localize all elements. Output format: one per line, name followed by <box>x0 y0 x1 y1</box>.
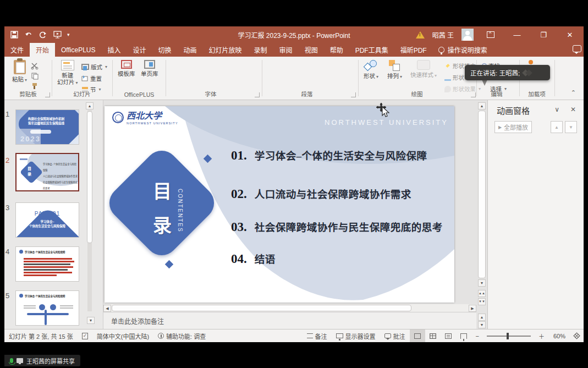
clipboard-group-label: 剪贴板 <box>11 90 45 98</box>
slideshow-view-button[interactable] <box>456 329 471 342</box>
vscroll-up-button[interactable]: ▲ <box>478 102 486 109</box>
slide-thumbnail-1[interactable]: 构建社会保障跨域协作机制 筑牢边疆地区民生保障底线 2023 <box>15 109 79 145</box>
template-library-button[interactable]: 模板库 <box>118 60 135 77</box>
vscrollbar-thumb[interactable] <box>478 111 486 278</box>
display-settings-button[interactable]: 显示器设置 <box>332 329 380 342</box>
notes-scroll-down-button[interactable]: ▼ <box>478 321 486 328</box>
feedback-icon[interactable] <box>573 45 581 52</box>
user-name[interactable]: 昭茜 王 <box>432 30 454 40</box>
previous-slide-button[interactable]: ▲▲ <box>478 290 486 297</box>
quick-styles-button[interactable]: 快速样式 <box>410 60 437 78</box>
cut-button[interactable] <box>31 62 39 70</box>
tab-slideshow[interactable]: 幻灯片放映 <box>203 43 248 57</box>
zoom-out-button[interactable]: − <box>471 329 483 342</box>
tab-insert[interactable]: 插入 <box>102 43 127 57</box>
save-icon[interactable] <box>10 30 19 39</box>
tell-me-search[interactable]: 操作说明搜索 <box>433 43 493 57</box>
spellcheck-indicator[interactable] <box>78 329 92 342</box>
slide-thumbnail-3[interactable]: PART 01 学习体会– 个体的生活安全与风险保障 <box>15 202 79 238</box>
thumb-scroll-down-button[interactable]: ▼ <box>87 317 95 324</box>
slide-canvas[interactable]: 西北大学 NORTHWEST UNIVERSITY NORTHWEST UNIV… <box>105 106 454 303</box>
new-slide-button[interactable]: 新建幻灯片 <box>57 60 78 85</box>
arrange-button[interactable]: 排列 <box>387 60 402 79</box>
customize-qat-icon[interactable]: ▾ <box>67 30 76 39</box>
slide-thumbnail-2-selected[interactable]: 目录 学习体会–个体的生活安全与风险保障 人口流动与社会保障跨域协作需求 社会保… <box>15 153 79 191</box>
toc-item-3[interactable]: 03. 社会保障跨域协作与民生保障兜底的思考 <box>231 219 443 234</box>
format-painter-button[interactable] <box>31 82 39 90</box>
template-library-icon <box>121 60 132 69</box>
move-earlier-button[interactable]: ▲ <box>551 121 563 133</box>
play-all-button[interactable]: ▶ 全部播放 <box>494 121 532 133</box>
tab-home[interactable]: 开始 <box>30 43 55 57</box>
notes-scroll-up-button[interactable]: ▲ <box>478 314 486 321</box>
start-slideshow-icon[interactable] <box>53 30 62 39</box>
close-button[interactable]: ✕ <box>560 26 579 43</box>
tab-review[interactable]: 审阅 <box>273 43 299 57</box>
tab-animations[interactable]: 动画 <box>178 43 203 57</box>
redo-icon[interactable] <box>39 30 47 39</box>
toc-item-4[interactable]: 04. 结语 <box>231 251 276 266</box>
slide-thumbnail-4[interactable]: 学习体会-个体的生活安全与风险保障 <box>15 246 79 282</box>
tab-officeplus[interactable]: OfficePLUS <box>55 43 101 57</box>
clipboard-dialog-launcher[interactable] <box>45 92 50 97</box>
slide-sorter-view-button[interactable] <box>425 329 441 342</box>
slide-counter[interactable]: 幻灯片 第 2 张, 共 15 张 <box>4 329 78 342</box>
tab-view[interactable]: 视图 <box>299 43 324 57</box>
language-indicator[interactable]: 简体中文(中国大陆) <box>92 329 153 342</box>
thumb-scroll-up-button[interactable]: ▲ <box>86 102 94 109</box>
copy-button[interactable] <box>31 72 39 80</box>
zoom-slider[interactable] <box>487 336 531 337</box>
shape-effects-icon <box>444 86 451 92</box>
paste-button[interactable]: 粘贴 <box>12 60 27 83</box>
reset-icon <box>81 75 89 82</box>
paragraph-dialog-launcher[interactable] <box>351 92 356 97</box>
shapes-icon <box>365 60 378 71</box>
slide-thumbnail-5[interactable]: 学习体会-个体的生活安全与风险保障 <box>15 290 79 326</box>
move-later-button[interactable]: ▼ <box>565 121 577 133</box>
zoom-level[interactable]: 60% <box>549 329 570 342</box>
single-page-library-button[interactable]: 单页库 <box>141 60 158 77</box>
collapse-ribbon-button[interactable]: ⌃ <box>571 89 576 96</box>
tab-design[interactable]: 设计 <box>127 43 152 57</box>
zoom-in-button[interactable]: ＋ <box>534 329 549 342</box>
thumb-scrollbar-thumb[interactable] <box>87 111 92 243</box>
hscroll-left-button[interactable]: ◀ <box>103 305 111 312</box>
next-slide-button[interactable]: ▼▼ <box>478 298 486 305</box>
zoom-slider-thumb[interactable] <box>507 333 509 339</box>
font-dialog-launcher[interactable] <box>255 92 260 97</box>
toc-item-1[interactable]: 01. 学习体会–个体的生活安全与风险保障 <box>231 148 427 163</box>
tab-file[interactable]: 文件 <box>4 43 30 57</box>
ribbon-display-options-button[interactable] <box>481 26 500 43</box>
normal-view-icon <box>414 333 421 339</box>
reading-view-button[interactable] <box>441 329 456 342</box>
comments-toggle-button[interactable]: 批注 <box>380 329 410 342</box>
animation-pane-close-icon[interactable]: ✕ <box>570 106 576 113</box>
animation-pane-menu-icon[interactable]: ∨ <box>554 106 559 113</box>
accessibility-indicator[interactable]: 辅助功能: 调查 <box>153 329 210 342</box>
tab-record[interactable]: 录制 <box>248 43 273 57</box>
vscroll-down-button[interactable]: ▼ <box>478 279 486 287</box>
tab-foxit-pdf[interactable]: 福昕PDF <box>394 43 433 57</box>
shapes-button[interactable]: 形状 <box>364 60 378 79</box>
minimize-button[interactable]: — <box>508 26 526 43</box>
fit-to-window-button[interactable] <box>570 329 584 342</box>
tab-help[interactable]: 帮助 <box>324 43 349 57</box>
thumbnail-scrollbar[interactable]: ▲ <box>86 102 94 325</box>
shape-effects-button[interactable]: 形状效果 <box>444 85 481 93</box>
notes-pane[interactable]: 单击此处添加备注 <box>103 312 476 329</box>
notes-toggle-button[interactable]: 备注 <box>303 329 332 342</box>
drawing-dialog-launcher[interactable] <box>471 92 476 97</box>
restore-button[interactable]: ❐ <box>534 26 553 43</box>
undo-icon[interactable] <box>24 30 33 39</box>
tab-transitions[interactable]: 切换 <box>152 43 178 57</box>
reset-button[interactable]: 重置 <box>81 74 102 83</box>
warning-icon[interactable] <box>416 31 425 39</box>
title-bar: ▾ 学习汇报 2023-9-25.pptx - PowerPoint 昭茜 王 … <box>4 26 584 43</box>
tab-pdf-tools[interactable]: PDF工具集 <box>349 43 394 57</box>
user-avatar[interactable] <box>461 29 474 41</box>
layout-button[interactable]: 版式 <box>81 63 107 71</box>
normal-view-button[interactable] <box>410 329 425 342</box>
hscrollbar-thumb[interactable] <box>112 305 411 311</box>
hscroll-right-button[interactable]: ▶ <box>469 305 476 312</box>
toc-item-2[interactable]: 02. 人口流动与社会保障跨域协作需求 <box>231 186 411 201</box>
